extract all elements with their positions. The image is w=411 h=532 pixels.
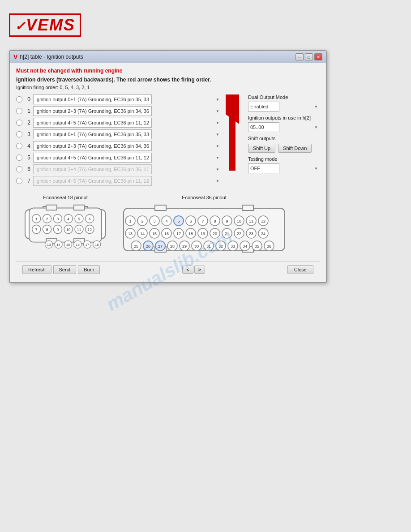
nav-prev-button[interactable]: <	[182, 266, 193, 274]
svg-text:20: 20	[213, 232, 217, 236]
svg-text:4: 4	[165, 219, 167, 223]
ignition-outputs-section: Ignition outputs in use in h[2] 05..0004…	[248, 115, 320, 132]
ignition-outputs-select-wrapper: 05..0004..0003..0002..0001..00	[248, 122, 320, 132]
send-button[interactable]: Send	[53, 265, 77, 274]
output-radio[interactable]	[16, 120, 22, 126]
output-radio[interactable]	[16, 96, 22, 103]
svg-text:1: 1	[35, 217, 38, 221]
svg-text:9: 9	[56, 227, 59, 232]
nav-buttons: < >	[182, 266, 205, 274]
output-radio[interactable]	[16, 143, 22, 149]
connector18-label: Econoseal 18 pinout	[43, 195, 88, 200]
dual-output-label: Dual Output Mode	[248, 94, 320, 100]
connector18-row3-svg: 13 14 15 16 17 18	[21, 239, 110, 252]
nav-next-button[interactable]: >	[194, 266, 205, 274]
svg-text:24: 24	[261, 232, 265, 236]
shift-outputs-label: Shift outputs	[248, 136, 320, 141]
output-index: 2	[25, 120, 30, 126]
output-select[interactable]: Ignition output 0+1 (7A) Grounding, EC36…	[33, 94, 152, 104]
output-row: 6Ignition output 3+4 (7A) Grounding, EC3…	[16, 164, 221, 174]
svg-text:5: 5	[177, 219, 180, 223]
main-window: V h[2] table - Ignition outputs ─ □ ✕ Mu…	[9, 50, 327, 283]
firing-order-arrow	[226, 94, 239, 175]
firing-order-value: 0, 5, 4, 3, 2, 1	[60, 85, 90, 90]
connector36-svg: 1 2 3 4 5 6 7 8	[119, 203, 289, 257]
output-radio[interactable]	[16, 178, 22, 184]
svg-text:35: 35	[255, 244, 259, 249]
connector18-block: Econoseal 18 pinout 1 2	[21, 195, 110, 257]
svg-text:13: 13	[128, 232, 133, 236]
svg-rect-32	[46, 205, 57, 210]
output-select-wrapper: Ignition output 4+5 (7A) Grounding, EC36…	[33, 118, 221, 128]
svg-text:5: 5	[78, 217, 80, 221]
output-select[interactable]: Ignition output 4+5 (7A) Grounding, EC36…	[33, 153, 152, 163]
close-window-button[interactable]: ✕	[314, 53, 322, 60]
output-select: Ignition output 4+5 (7A) Grounding, EC36…	[33, 176, 152, 186]
dual-output-select[interactable]: EnabledDisabled	[248, 102, 279, 112]
title-bar: V h[2] table - Ignition outputs ─ □ ✕	[10, 51, 326, 63]
output-row: 4Ignition output 2+3 (7A) Grounding, EC3…	[16, 141, 221, 151]
output-row: 1Ignition output 2+3 (7A) Grounding, EC3…	[16, 106, 221, 116]
svg-text:14: 14	[140, 232, 145, 236]
svg-text:28: 28	[170, 244, 175, 249]
output-select[interactable]: Ignition output 2+3 (7A) Grounding, EC36…	[33, 106, 152, 116]
window-content: Must not be changed with running engine …	[10, 63, 326, 282]
svg-text:17: 17	[176, 232, 181, 236]
shift-up-button[interactable]: Shift Up	[248, 144, 275, 153]
output-select-wrapper: Ignition output 0+1 (7A) Grounding, EC36…	[33, 94, 221, 104]
shift-down-button[interactable]: Shift Down	[278, 144, 312, 153]
ignition-outputs-label: Ignition outputs in use in h[2]	[248, 115, 320, 120]
ignition-outputs-select[interactable]: 05..0004..0003..0002..0001..00	[248, 122, 279, 132]
output-radio[interactable]	[16, 154, 22, 161]
output-radio[interactable]	[16, 108, 22, 114]
output-radio[interactable]	[16, 166, 22, 172]
svg-text:11: 11	[77, 227, 81, 232]
firing-order-text: Ignition firing order: 0, 5, 4, 3, 2, 1	[16, 85, 320, 90]
output-select[interactable]: Ignition output 2+3 (7A) Grounding, EC36…	[33, 141, 152, 151]
logo-area: ✓VEMS	[9, 9, 402, 41]
output-index: 3	[25, 131, 30, 137]
testing-mode-label: Testing mode	[248, 156, 320, 162]
svg-text:31: 31	[206, 244, 211, 249]
dual-output-section: Dual Output Mode EnabledDisabled	[248, 94, 320, 112]
output-select[interactable]: Ignition output 0+1 (7A) Grounding, EC36…	[33, 129, 152, 139]
svg-text:21: 21	[225, 232, 229, 236]
output-index: 6	[25, 166, 30, 172]
maximize-button[interactable]: □	[305, 53, 313, 60]
firing-arrow-area	[221, 94, 244, 175]
output-select-wrapper: Ignition output 2+3 (7A) Grounding, EC36…	[33, 106, 221, 116]
output-select[interactable]: Ignition output 4+5 (7A) Grounding, EC36…	[33, 118, 152, 128]
description-text: Ignition drivers (traversed backwards). …	[16, 77, 320, 83]
svg-text:15: 15	[152, 232, 157, 236]
connectors-area: Econoseal 18 pinout 1 2	[16, 195, 320, 257]
dual-output-select-wrapper: EnabledDisabled	[248, 102, 320, 112]
output-select: Ignition output 3+4 (7A) Grounding, EC36…	[33, 164, 152, 174]
svg-text:25: 25	[134, 244, 138, 249]
refresh-button[interactable]: Refresh	[22, 265, 51, 274]
svg-text:4: 4	[67, 217, 69, 221]
connector36-label: Econoseal 36 pinout	[182, 195, 227, 200]
vems-logo: ✓VEMS	[9, 13, 81, 37]
svg-text:6: 6	[189, 219, 192, 223]
output-radio[interactable]	[16, 131, 22, 137]
shift-outputs-section: Shift outputs Shift Up Shift Down	[248, 136, 320, 153]
window-title: h[2] table - Ignition outputs	[20, 54, 83, 60]
output-row: 5Ignition output 4+5 (7A) Grounding, EC3…	[16, 153, 221, 163]
output-select-wrapper: Ignition output 3+4 (7A) Grounding, EC36…	[33, 164, 221, 174]
logo-checkmark: ✓	[15, 19, 26, 33]
svg-text:1: 1	[129, 219, 131, 223]
close-button[interactable]: Close	[287, 265, 313, 274]
burn-button[interactable]: Burn	[78, 265, 100, 274]
svg-text:10: 10	[237, 219, 241, 223]
testing-mode-select[interactable]: OFFON	[248, 163, 279, 173]
minimize-button[interactable]: ─	[295, 53, 304, 60]
bottom-bar: Refresh Send Burn < > Close	[16, 261, 320, 278]
svg-text:18: 18	[95, 243, 99, 247]
svg-text:8: 8	[214, 219, 216, 223]
warning-text: Must not be changed with running engine	[16, 68, 320, 74]
output-index: 7	[25, 178, 30, 184]
svg-rect-74	[242, 205, 253, 210]
testing-mode-select-wrapper: OFFON	[248, 163, 320, 173]
svg-rect-73	[155, 205, 166, 210]
svg-text:10: 10	[66, 227, 71, 232]
